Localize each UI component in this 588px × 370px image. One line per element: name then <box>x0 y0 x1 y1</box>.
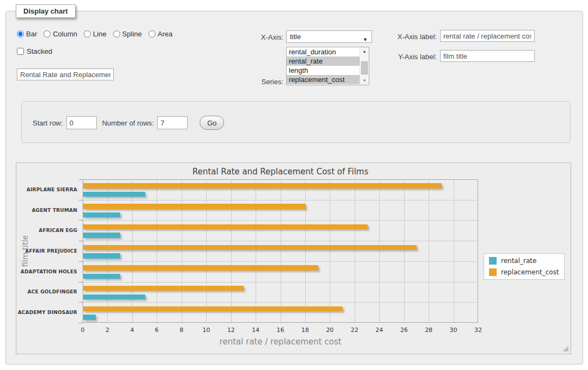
gridline-vertical <box>157 180 157 322</box>
series-option-replacement_cost[interactable]: replacement_cost <box>287 75 360 84</box>
gridline-vertical <box>305 180 306 322</box>
chart-type-radio-bar[interactable] <box>17 30 24 37</box>
series-option-rental_rate[interactable]: rental_rate <box>287 57 360 66</box>
chart-type-radio-label: Line <box>93 30 107 38</box>
bar-replacement_cost <box>83 245 417 250</box>
gridline-horizontal <box>83 220 478 221</box>
y-tick-mark <box>79 220 83 221</box>
bar-rental_rate <box>83 253 120 258</box>
x-axis-select[interactable]: title ▼ <box>286 30 372 43</box>
bar-replacement_cost <box>83 183 442 188</box>
x-tick-label: 8 <box>174 327 190 334</box>
y-axis-label-input[interactable] <box>440 50 535 62</box>
scrollbar-thumb[interactable] <box>361 61 368 74</box>
gridline-vertical <box>330 180 330 322</box>
bar-rental_rate <box>83 294 145 299</box>
chart-type-radio-label: Column <box>53 30 77 38</box>
chart-title-input[interactable] <box>17 68 114 80</box>
gridline-vertical <box>454 180 454 322</box>
gridline-vertical <box>281 180 281 322</box>
scroll-up-icon[interactable]: ▲ <box>361 47 368 55</box>
stacked-row: Stacked <box>17 47 52 55</box>
y-tick-mark <box>79 302 83 303</box>
chart-type-radio-spline[interactable] <box>113 30 120 37</box>
chart-type-radio-label: Bar <box>26 30 37 38</box>
gridline-horizontal <box>83 200 478 200</box>
chart-type-radio-label: Area <box>158 30 172 38</box>
legend-label: replacement_cost <box>501 268 559 276</box>
bar-rental_rate <box>83 315 96 319</box>
fieldset-legend: Display chart <box>16 4 76 18</box>
x-tick-label: 10 <box>198 327 214 334</box>
gridline-horizontal <box>83 302 478 303</box>
x-tick-label: 30 <box>445 327 462 334</box>
bar-replacement_cost <box>83 306 343 311</box>
chart-legend: rental_ratereplacement_cost <box>484 253 565 280</box>
stacked-label: Stacked <box>27 47 52 55</box>
x-tick-label: 32 <box>470 327 486 334</box>
x-tick-label: 12 <box>223 327 239 334</box>
y-tick-mark <box>79 200 83 200</box>
chart-container: Rental Rate and Replacement Cost of Film… <box>16 162 571 354</box>
y-axis-label-label: Y-Axis label: <box>387 53 437 61</box>
chart-title: Rental Rate and Replacement Cost of Film… <box>83 167 478 177</box>
gridline-horizontal <box>83 282 478 283</box>
series-listbox[interactable]: rental_durationrental_ratelengthreplacem… <box>286 47 369 85</box>
x-axis-selected-value: title <box>290 33 301 41</box>
x-axis-title: rental rate / replacement cost <box>83 337 478 347</box>
legend-item: rental_rate <box>489 257 559 265</box>
gridline-vertical <box>132 180 133 322</box>
legend-swatch-replacement_cost <box>489 268 497 276</box>
y-tick-mark <box>79 241 83 241</box>
plot-area <box>83 179 478 323</box>
gridline-vertical <box>231 180 232 322</box>
bar-rental_rate <box>83 212 120 217</box>
start-row-label: Start row: <box>33 119 63 127</box>
legend-swatch-rental_rate <box>489 257 497 265</box>
x-axis-select-label: X-Axis: <box>240 33 283 41</box>
chart-type-radio-column[interactable] <box>44 30 51 37</box>
y-tick-mark <box>79 323 83 323</box>
bar-rental_rate <box>83 192 145 197</box>
series-option-rental_duration[interactable]: rental_duration <box>287 47 360 57</box>
bar-rental_rate <box>83 274 120 279</box>
x-tick-label: 2 <box>99 327 115 334</box>
series-option-length[interactable]: length <box>287 66 360 75</box>
x-tick-label: 26 <box>396 327 412 334</box>
x-tick-label: 22 <box>346 327 363 334</box>
bar-replacement_cost <box>83 265 318 270</box>
chart-type-radios: BarColumnLineSplineArea <box>17 30 177 38</box>
gridline-vertical <box>107 180 108 322</box>
gridline-vertical <box>404 180 405 322</box>
row-controls-panel: Start row: Number of rows: Go <box>21 101 571 143</box>
x-tick-label: 20 <box>321 327 338 334</box>
gridline-horizontal <box>83 261 478 262</box>
display-chart-fieldset: Display chart BarColumnLineSplineArea St… <box>5 11 583 365</box>
num-rows-input[interactable] <box>157 116 188 129</box>
gridline-vertical <box>256 180 256 322</box>
resize-handle-icon[interactable] <box>561 344 568 352</box>
bar-replacement_cost <box>83 224 368 229</box>
x-tick-label: 14 <box>247 327 264 334</box>
x-tick-label: 24 <box>371 327 387 334</box>
chart-type-radio-line[interactable] <box>84 30 91 37</box>
x-tick-label: 6 <box>148 327 165 334</box>
start-row-input[interactable] <box>66 116 97 129</box>
x-tick-label: 0 <box>75 327 91 334</box>
stacked-checkbox[interactable] <box>17 48 24 55</box>
gridline-vertical <box>355 180 355 322</box>
legend-item: replacement_cost <box>489 268 559 276</box>
bar-replacement_cost <box>83 204 306 209</box>
x-tick-label: 4 <box>124 327 140 334</box>
listbox-scrollbar[interactable]: ▲ ▼ <box>360 47 369 85</box>
go-button[interactable]: Go <box>200 116 224 130</box>
gridline-horizontal <box>83 241 478 241</box>
scroll-down-icon[interactable]: ▼ <box>361 77 368 85</box>
y-tick-mark <box>79 282 83 283</box>
select-dropdown-arrow-icon: ▼ <box>363 34 368 46</box>
gridline-vertical <box>379 180 380 322</box>
x-tick-label: 28 <box>420 327 437 334</box>
chart-type-radio-area[interactable] <box>148 30 156 37</box>
x-axis-label-input[interactable] <box>440 30 535 42</box>
chart-type-radio-label: Spline <box>122 30 142 38</box>
